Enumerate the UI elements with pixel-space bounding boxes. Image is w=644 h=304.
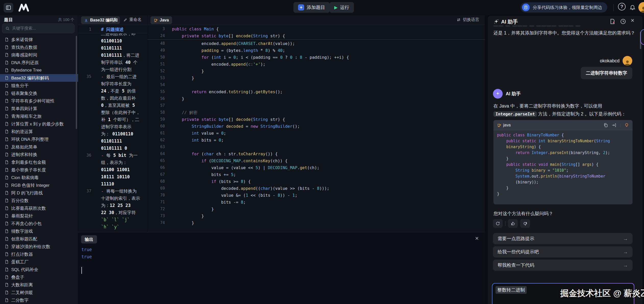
- sidebar-item[interactable]: 多米诺骨牌: [0, 36, 78, 43]
- sidebar-item-label: Bytedance Tree: [11, 68, 42, 73]
- sidebar-item-label: 查找热点数据: [11, 44, 37, 50]
- user-chat-avatar: [623, 56, 632, 66]
- code-row: 59 private static byte[] decode(String s…: [147, 116, 485, 123]
- help-button[interactable]: ?: [618, 3, 626, 10]
- rename-button[interactable]: 重命名: [123, 17, 142, 22]
- regenerate-button[interactable]: [493, 219, 503, 228]
- plus-icon: +: [298, 4, 304, 10]
- sidebar-toggle-button[interactable]: [4, 3, 13, 13]
- sidebar-item[interactable]: Cion 勒索病毒: [0, 174, 78, 181]
- sidebar-item[interactable]: 猜数字游戏: [0, 227, 78, 235]
- history-icon[interactable]: [620, 18, 626, 25]
- line-number: 56: [147, 95, 165, 102]
- description-content[interactable]: 二进制数表示，即011001100110111101101111，将二进制字符串…: [78, 33, 147, 230]
- line-number: [78, 216, 91, 223]
- file-icon: [5, 244, 9, 249]
- output-close-button[interactable]: ×: [475, 235, 479, 242]
- code-block-header: java |: [493, 120, 633, 130]
- code-editor-panel: Java 切换语言 3public class Main {24 private…: [147, 15, 485, 232]
- output-tab[interactable]: 输出: [81, 235, 97, 243]
- suggestion-chip[interactable]: 帮我检查一下代码→: [493, 260, 633, 271]
- app-logo-icon[interactable]: [18, 3, 30, 12]
- sidebar-item[interactable]: Base32 编码和解码: [0, 74, 78, 82]
- thumbs-up-button[interactable]: [508, 219, 518, 228]
- suggestion-chip[interactable]: 需要一点思路提示→: [493, 233, 633, 244]
- ai-lightbulb-icon[interactable]: [624, 123, 629, 127]
- search-input[interactable]: 关键字搜索...: [2, 24, 75, 33]
- ai-label: AI 助手: [506, 91, 521, 97]
- sidebar-item[interactable]: 青海湖租车之旅: [0, 112, 78, 120]
- sidebar-item[interactable]: 二分数字: [0, 296, 78, 304]
- sidebar-item-label: 二分数字: [11, 297, 29, 303]
- sidebar-item[interactable]: RGB 色值转 Integer: [0, 181, 78, 189]
- sidebar-item[interactable]: SQL 代码补全: [0, 266, 78, 273]
- sidebar-item[interactable]: 和的逆运算: [0, 128, 78, 135]
- code-row: public static void main(String[] args) {: [497, 162, 610, 168]
- sidebar-item[interactable]: 及格如此简单: [0, 143, 78, 151]
- sidebar-scrollbar[interactable]: [76, 36, 77, 129]
- sidebar-item[interactable]: 创意标题匹配: [0, 235, 78, 243]
- line-number: 70: [147, 192, 165, 199]
- switch-language-button[interactable]: 切换语言: [456, 17, 479, 22]
- search-icon: [5, 26, 10, 31]
- editor-code[interactable]: 48 encoded.append(CHARSET.charAt(value))…: [147, 40, 485, 226]
- user-avatar[interactable]: [638, 2, 644, 13]
- sidebar-item[interactable]: DNA 序列还原: [0, 59, 78, 66]
- file-icon: [5, 107, 9, 111]
- copy-icon[interactable]: [603, 123, 608, 127]
- code-row: 为：12 25 23: [78, 202, 147, 209]
- sidebar-item[interactable]: 二叉树供暖: [0, 289, 78, 296]
- promo-banner[interactable]: 分享代码练习体验，领限量定制周边: [521, 2, 607, 13]
- sidebar-item[interactable]: 暴雨梨花针: [0, 212, 78, 220]
- sidebar-item[interactable]: 大数和距离: [0, 281, 78, 289]
- sidebar-item[interactable]: 环状 DNA 序列整理: [0, 135, 78, 143]
- tab-java[interactable]: Java: [151, 16, 172, 24]
- new-chat-button[interactable]: [609, 18, 615, 25]
- sidebar-item[interactable]: 查找热点数据: [0, 43, 78, 51]
- sidebar-item[interactable]: 病毒感染时间: [0, 51, 78, 59]
- run-button[interactable]: ▶ 运行: [330, 2, 354, 13]
- line-number: 65: [147, 157, 165, 164]
- line-number: [78, 33, 91, 37]
- file-icon: [5, 114, 9, 118]
- sidebar-item[interactable]: 猫鱼分干: [0, 82, 78, 89]
- sidebar-item[interactable]: 简单四则计算: [0, 105, 78, 112]
- notifications-button[interactable]: [628, 3, 637, 11]
- line-number: [78, 44, 91, 52]
- ai-assistant-panel: AI 助手 × —— — ——— — ———— ——— — 还是 1，并将其添加…: [488, 16, 642, 304]
- sidebar-item[interactable]: 进制求和转换: [0, 151, 78, 158]
- code-row: 01100 11001: [78, 166, 147, 173]
- sidebar-item[interactable]: 蛋糕工厂: [0, 258, 78, 266]
- sidebar-item-label: 拿到最多红包金额: [11, 159, 46, 165]
- editor-tabstrip: Java 切换语言: [147, 15, 485, 25]
- sidebar-item[interactable]: 最小替换子串长度: [0, 166, 78, 174]
- code-row: 50 for (int i = 0; i < (padding == 0 ? 0…: [147, 54, 485, 61]
- insert-code-icon[interactable]: [612, 123, 616, 127]
- line-number: 64: [147, 150, 165, 157]
- code-row: }: [497, 191, 610, 197]
- suggestion-chip[interactable]: 给我一些代码提示吧→: [493, 246, 633, 258]
- sidebar-item[interactable]: 不再贪心的小包: [0, 220, 78, 227]
- sidebar-item[interactable]: 阿 D 的飞行路线: [0, 189, 78, 197]
- code-row: 55 return encoded.toString().getBytes();: [147, 88, 485, 95]
- sidebar-item[interactable]: 打点计数器: [0, 250, 78, 258]
- thumbs-down-button[interactable]: [520, 219, 530, 228]
- sidebar-item[interactable]: Bytedance Tree: [0, 66, 78, 74]
- line-number: 1: [78, 26, 91, 33]
- floating-ai-button[interactable]: [640, 29, 644, 45]
- line-number: [78, 123, 91, 130]
- add-problem-button[interactable]: + 添加题目: [293, 2, 330, 13]
- sidebar-item[interactable]: 穿越沙漠的补给次数: [0, 243, 78, 250]
- sidebar-item[interactable]: 百分位数: [0, 197, 78, 204]
- ai-close-button[interactable]: ×: [631, 17, 634, 24]
- ai-code-rows[interactable]: public class BinaryToNumber { public sta…: [497, 132, 610, 197]
- tab-problem-file[interactable]: Base32 编码和: [81, 16, 120, 24]
- sidebar-item[interactable]: 叠盘子: [0, 273, 78, 281]
- sidebar-item[interactable]: 链表聚集交换: [0, 89, 78, 97]
- sidebar-item[interactable]: 计算位置 x 到 y 的最少步数: [0, 120, 78, 128]
- code-row: 进制字符串表示: [78, 123, 147, 130]
- sidebar-item[interactable]: 拿到最多红包金额: [0, 158, 78, 166]
- sidebar-item[interactable]: 比赛最高获胜次数: [0, 204, 78, 212]
- sidebar-item[interactable]: 字符串有多少种可能性: [0, 97, 78, 105]
- sidebar-item-label: 及格如此简单: [11, 144, 37, 150]
